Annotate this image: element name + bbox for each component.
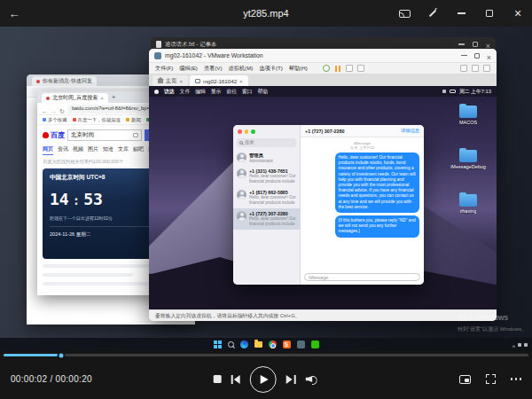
wechat-icon[interactable] — [311, 340, 319, 348]
secondary-controls — [459, 374, 522, 384]
close-button[interactable] — [504, 0, 532, 27]
maximize-icon[interactable] — [474, 53, 480, 59]
menu-help[interactable]: 帮助 — [258, 88, 269, 96]
finder-menu[interactable]: 访达 — [164, 88, 175, 96]
conversation-item[interactable]: +1 (817) 662-5865 Hello, dear customer! … — [233, 187, 300, 208]
menu-help[interactable]: 帮助(H) — [289, 65, 308, 73]
seek-track[interactable] — [4, 354, 528, 356]
seek-thumb[interactable] — [58, 351, 66, 359]
apple-menu-icon[interactable] — [154, 90, 159, 94]
back-button[interactable] — [0, 0, 28, 27]
menu-edit[interactable]: 编辑(E) — [179, 65, 198, 73]
revert-button[interactable] — [357, 65, 364, 72]
sogou-input-icon[interactable]: S — [283, 340, 291, 348]
console-view-button[interactable] — [460, 65, 467, 72]
details-link[interactable]: 详细信息 — [401, 128, 419, 134]
volume-tray-icon[interactable] — [524, 343, 528, 347]
conversation-preview: Hello, dear customer! Our financial prod… — [249, 195, 296, 206]
close-traffic-light[interactable] — [238, 129, 242, 134]
tab-close-icon[interactable] — [239, 78, 243, 84]
start-button[interactable] — [214, 340, 222, 348]
bookmark-item[interactable]: 多个收藏 — [43, 117, 67, 123]
edge-icon[interactable] — [240, 340, 248, 348]
next-frame-button[interactable] — [286, 375, 295, 384]
new-tab-button[interactable] — [112, 91, 116, 103]
snapshot-button[interactable] — [346, 65, 353, 72]
unity-view-button[interactable] — [472, 65, 479, 72]
close-icon[interactable] — [487, 48, 491, 64]
chrome-icon[interactable] — [269, 340, 277, 348]
imessage-input[interactable]: iMessage — [304, 273, 420, 281]
bookmark-item[interactable]: 新闻 — [126, 117, 141, 123]
fullscreen-view-button[interactable] — [483, 65, 490, 72]
nav-tab-video[interactable]: 视频 — [73, 145, 83, 155]
cast-button[interactable] — [390, 0, 419, 27]
messages-window[interactable]: 搜索 管理员 Administrator +1 ( — [233, 125, 424, 285]
tray-expand-icon[interactable] — [512, 337, 515, 352]
nav-tab-tieba[interactable]: 贴吧 — [133, 145, 144, 155]
desktop-folder-zhaxing[interactable]: zhaxing — [443, 194, 493, 214]
conversation-item[interactable]: +1 (321) 438-7651 Hello, dear customer! … — [233, 166, 300, 187]
taskbar-search-icon[interactable] — [228, 341, 234, 348]
power-button[interactable] — [323, 65, 330, 72]
vmware-taskbar-icon[interactable] — [297, 340, 305, 348]
baidu-logo[interactable]: 百度 — [43, 130, 65, 140]
menu-go[interactable]: 前往 — [226, 88, 237, 96]
video-frame[interactable]: 你有新消息-快速回复 北京时间_百度搜索 baidu.com — [0, 27, 532, 351]
zoom-traffic-light[interactable] — [251, 129, 255, 134]
nav-tab-news[interactable]: 资讯 — [58, 145, 68, 155]
volume-button[interactable] — [305, 374, 318, 385]
nav-tab-image[interactable]: 图片 — [88, 145, 98, 155]
camera-search-icon[interactable] — [133, 133, 138, 137]
menu-window[interactable]: 窗口 — [242, 88, 253, 96]
edit-button[interactable] — [419, 0, 447, 27]
nav-tab-zhidao[interactable]: 知道 — [103, 145, 113, 155]
play-button[interactable] — [250, 366, 277, 393]
minimize-traffic-light[interactable] — [245, 129, 249, 134]
browser-back-tab[interactable]: 你有新消息-快速回复 — [32, 76, 97, 86]
previous-frame-button[interactable] — [231, 375, 240, 384]
maximize-icon[interactable] — [473, 42, 478, 47]
tab-close-icon[interactable] — [100, 96, 104, 101]
maximize-button[interactable] — [475, 0, 504, 27]
menubar-clock[interactable]: 周二 上午7:13 — [459, 88, 491, 96]
menu-view[interactable]: 显示 — [211, 88, 222, 96]
browser-back-icon[interactable] — [42, 101, 48, 117]
messages-search-field[interactable]: 搜索 — [237, 138, 296, 147]
menu-vm[interactable]: 虚拟机(M) — [229, 65, 254, 73]
minimize-icon[interactable] — [461, 55, 467, 57]
stop-button[interactable] — [214, 375, 222, 383]
vmware-home-tab[interactable]: 主页 — [153, 75, 188, 86]
nav-tab-wenku[interactable]: 文库 — [118, 145, 129, 155]
minimize-icon[interactable] — [458, 43, 465, 45]
mini-player-button[interactable] — [459, 375, 471, 384]
menu-tabs[interactable]: 选项卡(T) — [259, 65, 282, 73]
vmware-window[interactable]: mg02-161042 - VMware Workstation 文件(F) 编… — [149, 49, 497, 321]
menu-file[interactable]: 文件(F) — [155, 65, 173, 73]
suspend-button[interactable] — [334, 65, 341, 72]
baidu-search-input[interactable]: 北京时间 — [67, 129, 142, 141]
tab-close-icon[interactable] — [179, 78, 183, 84]
seek-bar[interactable] — [0, 351, 532, 359]
fullscreen-button[interactable] — [486, 374, 496, 384]
file-explorer-icon[interactable] — [254, 341, 262, 348]
minimize-button[interactable] — [447, 0, 475, 27]
network-icon[interactable] — [518, 343, 521, 347]
macos-screen[interactable]: 访达 文件 编辑 显示 前往 窗口 帮助 周二 上午7:13 — [149, 86, 497, 309]
desktop-folder-macos[interactable]: MACOS — [443, 106, 493, 125]
browser-reload-icon[interactable] — [59, 101, 65, 117]
wifi-icon[interactable] — [442, 90, 446, 93]
nav-tab-web[interactable]: 网页 — [43, 145, 53, 155]
menu-file[interactable]: 文件 — [180, 88, 191, 96]
sent-message-bubble: (If this bothers you, please reply "ND" … — [335, 215, 419, 238]
desktop-folder-imessagedebug[interactable]: iMessageDebug — [443, 150, 493, 169]
conversation-item-selected[interactable]: +1 (727) 307-2280 Hello, dear customer! … — [233, 208, 300, 230]
conversation-item[interactable]: 管理员 Administrator — [233, 150, 300, 167]
browser-forward-icon[interactable] — [51, 101, 57, 117]
vmware-vm-tab[interactable]: mg02-161042 — [190, 75, 248, 86]
menu-view[interactable]: 查看(V) — [204, 65, 223, 73]
menu-edit[interactable]: 编辑 — [195, 88, 206, 96]
bookmark-item[interactable]: 百度一下，你就知道 — [73, 117, 121, 123]
more-options-button[interactable] — [511, 378, 522, 380]
chat-recipient: +1 (727) 307-2280 — [305, 129, 345, 134]
